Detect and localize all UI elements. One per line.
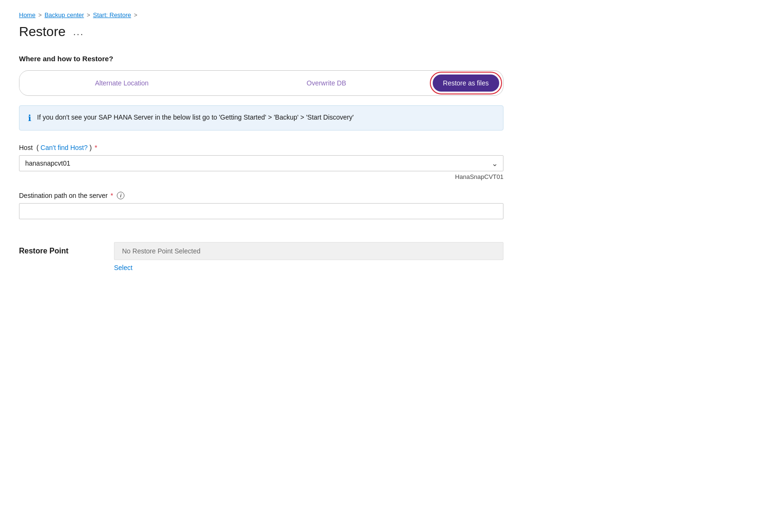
destination-label-text: Destination path on the server	[19, 192, 108, 199]
cant-find-host-link[interactable]: Can't find Host?	[40, 144, 87, 151]
breadcrumb-backup-center[interactable]: Backup center	[45, 11, 84, 19]
breadcrumb: Home > Backup center > Start: Restore >	[19, 11, 503, 19]
breadcrumb-sep-1: >	[38, 12, 42, 19]
destination-required-star: *	[111, 192, 113, 199]
page-title-row: Restore ...	[19, 24, 503, 39]
restore-point-label: Restore Point	[19, 242, 95, 255]
host-label-close-paren: )	[90, 144, 92, 151]
host-form-section: Host ( Can't find Host? ) * hanasnapcvt0…	[19, 144, 503, 180]
destination-field-label: Destination path on the server * i	[19, 192, 503, 199]
select-restore-point-link[interactable]: Select	[114, 264, 133, 271]
breadcrumb-sep-3: >	[134, 12, 137, 19]
restore-point-value: No Restore Point Selected	[114, 242, 503, 260]
restore-point-row: Restore Point No Restore Point Selected …	[19, 242, 503, 271]
breadcrumb-home[interactable]: Home	[19, 11, 36, 19]
restore-options-container: Alternate Location Overwrite DB Restore …	[19, 70, 503, 96]
restore-as-files-button[interactable]: Restore as files	[433, 75, 499, 92]
destination-info-icon[interactable]: i	[117, 192, 124, 199]
restore-point-section: Restore Point No Restore Point Selected …	[19, 242, 503, 271]
restore-point-value-block: No Restore Point Selected Select	[114, 242, 503, 271]
breadcrumb-start-restore[interactable]: Start: Restore	[93, 11, 131, 19]
host-dropdown-wrapper: hanasnapcvt01 ⌄	[19, 155, 503, 171]
host-field-label: Host ( Can't find Host? ) *	[19, 144, 503, 151]
ellipsis-button[interactable]: ...	[71, 27, 86, 37]
restore-as-files-highlight: Restore as files	[430, 72, 502, 94]
destination-form-section: Destination path on the server * i	[19, 192, 503, 219]
destination-path-input[interactable]	[19, 203, 503, 219]
info-banner: ℹ If you don't see your SAP HANA Server …	[19, 105, 503, 131]
restore-options-row: Alternate Location Overwrite DB Restore …	[19, 70, 503, 96]
overwrite-db-button[interactable]: Overwrite DB	[224, 75, 429, 92]
breadcrumb-sep-2: >	[87, 12, 90, 19]
info-banner-text: If you don't see your SAP HANA Server in…	[37, 112, 354, 122]
section-heading: Where and how to Restore?	[19, 55, 503, 63]
alternate-location-button[interactable]: Alternate Location	[19, 75, 224, 92]
info-banner-icon: ℹ	[28, 113, 31, 123]
page-title: Restore	[19, 24, 66, 39]
host-dropdown[interactable]: hanasnapcvt01	[19, 155, 503, 171]
host-label-open-paren: (	[35, 144, 39, 151]
host-required-star: *	[95, 144, 97, 151]
host-hint: HanaSnapCVT01	[19, 173, 503, 180]
host-label-text: Host	[19, 144, 33, 151]
